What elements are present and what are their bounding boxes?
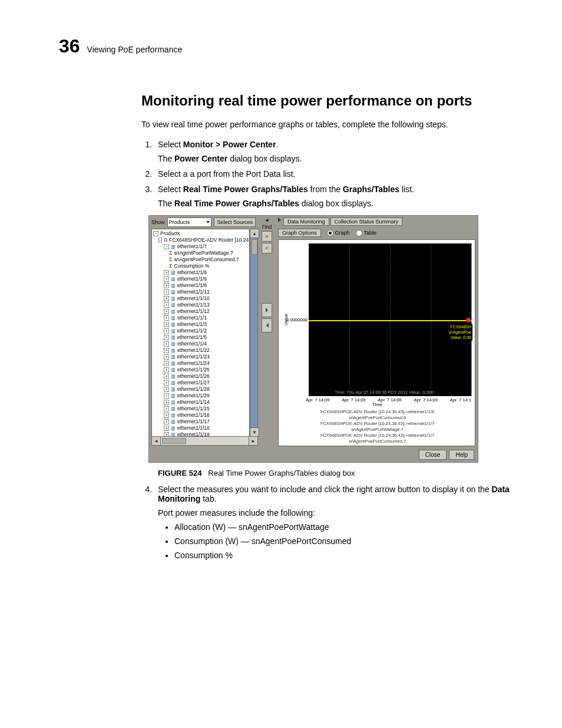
plus-icon[interactable]: + bbox=[164, 406, 169, 411]
y-tick: 0.0000000 bbox=[287, 317, 308, 322]
tree-item[interactable]: +▥ethernet1/1/12 bbox=[153, 308, 248, 315]
plus-icon[interactable]: + bbox=[164, 309, 169, 314]
find-next-button[interactable]: > bbox=[262, 231, 272, 242]
tree-hscrollbar[interactable]: ◄ ► bbox=[151, 437, 258, 445]
tree-item[interactable]: +▥ethernet1/1/18 bbox=[153, 425, 248, 431]
tree-item[interactable]: −▥ethernet1/1/7 bbox=[153, 243, 248, 250]
port-icon: ▥ bbox=[171, 412, 176, 419]
tree-item[interactable]: +▥ethernet1/1/11 bbox=[153, 289, 248, 295]
tooltip-text: Value: 0.00 bbox=[449, 335, 471, 340]
tree-item[interactable]: +▥ethernet1/1/22 bbox=[153, 347, 248, 354]
help-button[interactable]: Help bbox=[449, 450, 474, 460]
tree-item[interactable]: +▥ethernet1/1/10 bbox=[153, 295, 248, 302]
plus-icon[interactable]: + bbox=[164, 413, 169, 418]
tree-item[interactable]: ΣConsumption % bbox=[153, 263, 248, 269]
plus-icon[interactable]: + bbox=[164, 315, 169, 321]
plus-icon[interactable]: + bbox=[164, 341, 169, 347]
move-left-button[interactable] bbox=[262, 318, 272, 332]
tree-item[interactable]: +▥ethernet1/1/13 bbox=[153, 302, 248, 308]
plus-icon[interactable]: + bbox=[164, 374, 169, 379]
graph-options-button[interactable]: Graph Options bbox=[278, 229, 321, 237]
close-button[interactable]: Close bbox=[419, 450, 447, 460]
tree-item[interactable]: +▥ethernet1/1/3 bbox=[153, 321, 248, 328]
tree-item[interactable]: +▥ethernet1/1/14 bbox=[153, 399, 248, 406]
tree-item[interactable]: +▥ethernet1/1/15 bbox=[153, 406, 248, 412]
move-right-button[interactable] bbox=[262, 303, 272, 317]
port-icon: ▥ bbox=[171, 328, 176, 334]
x-axis-label: Time bbox=[283, 402, 471, 407]
port-icon: ▥ bbox=[171, 393, 176, 399]
tree-item[interactable]: +▥ethernet1/1/17 bbox=[153, 419, 248, 425]
show-label: Show bbox=[151, 219, 165, 225]
tree-item[interactable]: +▥ethernet1/1/23 bbox=[153, 354, 248, 360]
plus-icon[interactable]: + bbox=[164, 283, 169, 288]
chart-plot[interactable]: FCX648SH snAgentPoe Value: 0.00 Time: Th… bbox=[309, 243, 471, 396]
step-text: The bbox=[158, 199, 174, 208]
port-icon: ▥ bbox=[171, 269, 176, 276]
tree-item[interactable]: +▥ethernet1/1/6 bbox=[153, 269, 248, 276]
tab-data-monitoring[interactable]: Data Monitoring bbox=[283, 218, 329, 226]
step-4: Select the measures you want to include … bbox=[154, 485, 515, 560]
plus-icon[interactable]: + bbox=[164, 419, 169, 424]
tree-item[interactable]: +▥ethernet1/1/9 bbox=[153, 276, 248, 282]
tab-collection-status[interactable]: Collection Status Summary bbox=[330, 218, 403, 226]
select-sources-button[interactable]: Select Sources bbox=[214, 218, 256, 227]
tree-item[interactable]: +▥ethernet1/1/1 bbox=[153, 315, 248, 321]
measures-list: Allocation (W) — snAgentPoePortWattageCo… bbox=[158, 522, 515, 560]
scroll-left-icon[interactable]: ◄ bbox=[151, 436, 161, 446]
expand-icon[interactable] bbox=[278, 218, 281, 222]
tree-item[interactable]: ΣsnAgentPoePortWattage.7 bbox=[153, 250, 248, 256]
plus-icon[interactable]: + bbox=[164, 296, 169, 301]
tree-item[interactable]: +▥ethernet1/1/27 bbox=[153, 380, 248, 386]
legend-item: snAgentPoePortWattage.7 bbox=[283, 427, 471, 433]
find-prev-button[interactable]: < bbox=[262, 243, 272, 253]
plus-icon[interactable]: + bbox=[164, 328, 169, 334]
tree-vscrollbar[interactable]: ▲ ▼ bbox=[250, 229, 258, 437]
plus-icon[interactable]: + bbox=[164, 289, 169, 295]
radio-table[interactable]: Table bbox=[356, 230, 377, 236]
sigma-icon: Σ bbox=[169, 250, 172, 256]
plus-icon[interactable]: + bbox=[164, 335, 169, 340]
minus-icon[interactable]: − bbox=[164, 244, 169, 249]
radio-graph[interactable]: Graph bbox=[327, 230, 350, 236]
tree-item[interactable]: −⧉FCX648SHPOE-ADV Router [10.24.36.4 bbox=[153, 237, 248, 243]
tree-item[interactable]: +▥ethernet1/1/24 bbox=[153, 360, 248, 367]
plus-icon[interactable]: + bbox=[164, 354, 169, 360]
plus-icon[interactable]: + bbox=[164, 387, 169, 392]
series-line bbox=[309, 320, 471, 321]
tree-item[interactable]: +▥ethernet1/1/16 bbox=[153, 412, 248, 419]
tree-item[interactable]: +▥ethernet1/1/26 bbox=[153, 373, 248, 380]
scroll-right-icon[interactable]: ► bbox=[249, 436, 258, 446]
plus-icon[interactable]: + bbox=[164, 270, 169, 275]
plus-icon[interactable]: + bbox=[164, 367, 169, 373]
tree-item[interactable]: +▥ethernet1/1/29 bbox=[153, 393, 248, 399]
plus-icon[interactable]: + bbox=[164, 393, 169, 398]
plus-icon[interactable]: + bbox=[164, 361, 169, 366]
find-label: Find bbox=[262, 224, 272, 230]
plus-icon[interactable]: + bbox=[164, 348, 169, 353]
plus-icon[interactable]: + bbox=[164, 302, 169, 308]
tree-item[interactable]: +▥ethernet1/1/5 bbox=[153, 334, 248, 341]
step-text: dialog box displays. bbox=[227, 154, 302, 163]
plus-icon[interactable]: + bbox=[164, 400, 169, 405]
tree-item[interactable]: −Products bbox=[153, 230, 248, 237]
products-tree[interactable]: −Products−⧉FCX648SHPOE-ADV Router [10.24… bbox=[151, 229, 250, 437]
minus-icon[interactable]: − bbox=[153, 231, 158, 236]
tree-item[interactable]: +▥ethernet1/1/25 bbox=[153, 367, 248, 373]
tooltip-text: FCX648SH bbox=[449, 324, 471, 330]
plus-icon[interactable]: + bbox=[164, 426, 169, 431]
plus-icon[interactable]: + bbox=[164, 276, 169, 282]
minus-icon[interactable]: − bbox=[158, 238, 162, 243]
plus-icon[interactable]: + bbox=[164, 380, 169, 386]
chart-status-text: Time: Thu Apr 07 14:09:36 PDT 2011 Value… bbox=[335, 390, 434, 395]
tree-item[interactable]: +▥ethernet1/1/8 bbox=[153, 282, 248, 289]
products-combo[interactable]: Products bbox=[167, 218, 212, 227]
tree-item[interactable]: +▥ethernet1/1/4 bbox=[153, 341, 248, 347]
step-text: . bbox=[276, 140, 278, 149]
collapse-icon[interactable]: ◄ bbox=[265, 218, 269, 223]
tree-item[interactable]: +▥ethernet1/1/28 bbox=[153, 386, 248, 393]
tree-item[interactable]: ΣsnAgentPoePortConsumed.7 bbox=[153, 256, 248, 263]
plus-icon[interactable]: + bbox=[164, 322, 169, 327]
tree-item[interactable]: +▥ethernet1/1/2 bbox=[153, 328, 248, 334]
header-title: Viewing PoE performance bbox=[87, 45, 183, 54]
